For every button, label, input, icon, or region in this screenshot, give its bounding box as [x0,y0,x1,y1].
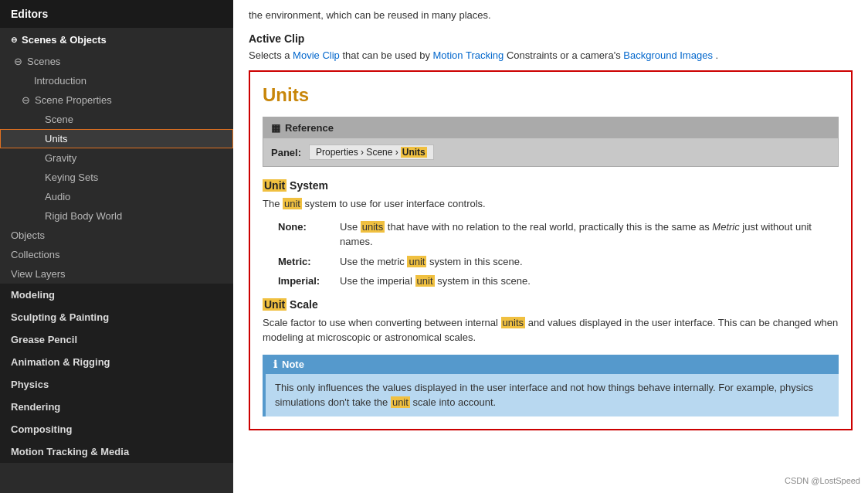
metric-term: Metric: [278,254,340,270]
sidebar: Editors ⊖ Scenes & Objects ⊖ Scenes Intr… [0,0,233,493]
def-item-imperial: Imperial: Use the imperial unit system i… [278,274,839,289]
sidebar-item-audio[interactable]: Audio [0,187,233,206]
note-header: ℹ Note [266,355,839,374]
sidebar-item-scene-properties[interactable]: ⊖ Scene Properties [0,90,233,110]
unit-scale-desc: Scale factor to use when converting betw… [263,315,839,345]
sidebar-item-introduction[interactable]: Introduction [0,71,233,90]
unit-highlight-4: unit [415,275,435,287]
unit-def-list: None: Use units that have with no relati… [278,219,839,289]
sidebar-item-keying-sets[interactable]: Keying Sets [0,168,233,187]
sidebar-item-gravity[interactable]: Gravity [0,148,233,168]
units-title: Units [263,84,839,106]
sidebar-item-sculpting[interactable]: Sculpting & Painting [0,306,233,328]
units-highlight-5: units [501,317,525,328]
scenes-objects-section[interactable]: ⊖ Scenes & Objects [0,28,233,52]
sidebar-item-grease-pencil[interactable]: Grease Pencil [0,328,233,351]
sidebar-item-compositing[interactable]: Compositing [0,418,233,440]
unit-scale-prefix: Unit [263,298,287,311]
unit-highlight-1: unit [283,198,302,209]
panel-path-highlight: Units [401,147,427,158]
imperial-desc: Use the imperial unit system in this sce… [340,274,839,289]
def-item-metric: Metric: Use the metric unit system in th… [278,254,839,270]
panel-label: Panel: [271,147,301,158]
active-clip-desc: Selects a Movie Clip that can be used by… [249,48,853,63]
movie-clip-link[interactable]: Movie Clip [293,49,340,61]
unit-system-prefix: Unit [263,179,287,192]
sidebar-item-objects[interactable]: Objects [0,226,233,245]
sidebar-item-rendering[interactable]: Rendering [0,396,233,418]
sidebar-item-rigid-body-world[interactable]: Rigid Body World [0,206,233,226]
sidebar-item-motion-tracking[interactable]: Motion Tracking & Media [0,440,233,463]
editors-header[interactable]: Editors [0,0,233,28]
unit-system-heading: Unit System [263,179,839,192]
reference-body: Panel: Properties › Scene › Units [263,138,838,166]
background-images-link[interactable]: Background Images [623,49,713,61]
note-body: This only influences the values displaye… [266,374,839,416]
sidebar-item-physics[interactable]: Physics [0,373,233,396]
active-clip-title: Active Clip [249,32,853,45]
none-desc: Use units that have with no relation to … [340,219,839,250]
sidebar-item-scenes[interactable]: ⊖ Scenes [0,52,233,71]
intro-text: the environment, which can be reused in … [249,8,853,23]
unit-scale-heading: Unit Scale [263,298,839,311]
table-icon: ▦ [271,122,280,134]
sidebar-item-animation[interactable]: Animation & Rigging [0,351,233,373]
main-content: the environment, which can be reused in … [233,0,868,493]
imperial-term: Imperial: [278,274,340,289]
watermark: CSDN @LostSpeed [785,476,860,485]
motion-tracking-link[interactable]: Motion Tracking [433,49,504,61]
sidebar-item-scene[interactable]: Scene [0,110,233,129]
units-highlight-2: units [361,221,385,233]
sidebar-item-view-layers[interactable]: View Layers [0,264,233,284]
none-term: None: [278,219,340,250]
unit-system-desc: The unit system to use for user interfac… [263,196,839,212]
sidebar-item-collections[interactable]: Collections [0,245,233,264]
unit-highlight-6: unit [391,396,410,408]
active-clip-section: Active Clip Selects a Movie Clip that ca… [249,32,853,63]
units-content-box: Units ▦ Reference Panel: Properties › Sc… [249,70,853,430]
scenes-objects-toggle: ⊖ [11,36,17,44]
reference-table: ▦ Reference Panel: Properties › Scene › … [263,117,839,167]
sidebar-item-modeling[interactable]: Modeling [0,284,233,306]
metric-desc: Use the metric unit system in this scene… [340,254,839,270]
def-item-none: None: Use units that have with no relati… [278,219,839,250]
panel-path: Properties › Scene › Units [309,144,434,160]
reference-header: ▦ Reference [263,117,838,138]
info-icon: ℹ [273,359,277,370]
sidebar-item-units[interactable]: Units [0,129,233,148]
unit-highlight-3: unit [407,256,426,267]
note-box: ℹ Note This only influences the values d… [263,355,839,416]
